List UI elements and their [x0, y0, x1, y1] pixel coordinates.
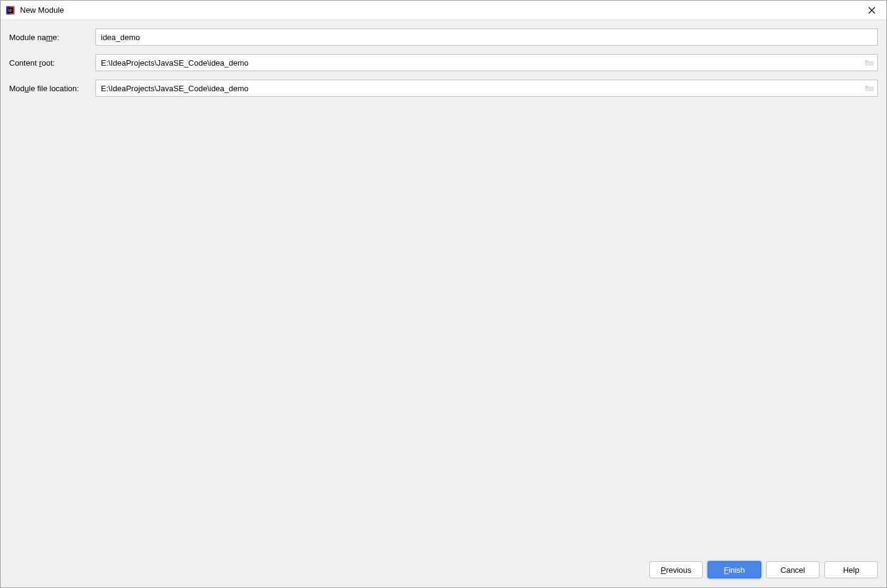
content-root-input[interactable] — [95, 54, 878, 71]
browse-content-root-button[interactable] — [865, 58, 874, 67]
finish-button[interactable]: Finish — [708, 561, 761, 578]
module-name-row: Module name: — [9, 29, 878, 46]
cancel-button[interactable]: Cancel — [766, 561, 820, 578]
module-file-location-label: Module file location: — [9, 84, 95, 93]
module-file-location-input[interactable] — [95, 80, 878, 97]
browse-module-file-location-button[interactable] — [865, 84, 874, 92]
app-icon: IJ — [5, 5, 15, 15]
button-bar: Previous Finish Cancel Help — [1, 552, 886, 587]
previous-button[interactable]: Previous — [649, 561, 703, 578]
svg-text:IJ: IJ — [9, 9, 12, 12]
content-root-row: Content root: — [9, 54, 878, 71]
window-title: New Module — [20, 5, 64, 15]
close-icon — [868, 7, 875, 14]
titlebar: IJ New Module — [1, 1, 886, 20]
folder-icon — [865, 58, 874, 67]
folder-icon — [865, 84, 874, 92]
help-button[interactable]: Help — [824, 561, 878, 578]
module-name-input[interactable] — [95, 29, 878, 46]
close-button[interactable] — [862, 3, 882, 18]
module-file-location-row: Module file location: — [9, 80, 878, 97]
module-name-label: Module name: — [9, 33, 95, 42]
content-root-label: Content root: — [9, 58, 95, 67]
content-area: Module name: Content root: Module file l… — [1, 20, 886, 552]
